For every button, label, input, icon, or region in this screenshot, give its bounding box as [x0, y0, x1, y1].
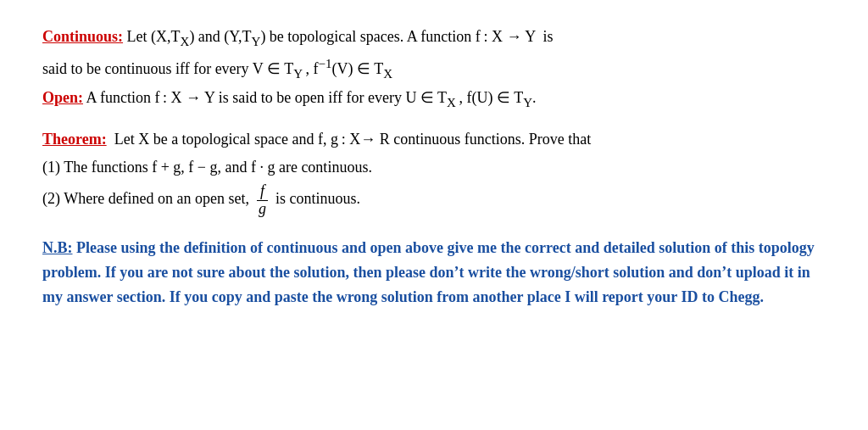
continuous-text-1: Let (X,TX) and (Y,TY) be topological spa…: [123, 28, 554, 45]
open-label: Open:: [42, 89, 83, 106]
theorem-intro: Theorem: Let X be a topological space an…: [42, 127, 822, 152]
nb-block: N.B: Please using the definition of cont…: [42, 236, 822, 309]
continuous-para-2: said to be continuous iff for every V ∈ …: [42, 54, 822, 83]
theorem-label: Theorem:: [42, 131, 107, 148]
theorem-item1: (1) The functions f + g, f − g, and f · …: [42, 155, 822, 180]
theorem-block: Theorem: Let X be a topological space an…: [42, 127, 822, 217]
fraction-f-over-g: f g: [257, 183, 268, 218]
open-para: Open: A function f : X → Y is said to be…: [42, 87, 822, 112]
continuous-para-1: Continuous: Let (X,TX) and (Y,TY) be top…: [42, 25, 822, 51]
nb-para: N.B: Please using the definition of cont…: [42, 236, 822, 309]
continuous-definition: Continuous: Let (X,TX) and (Y,TY) be top…: [42, 25, 822, 112]
theorem-item2: (2) Where defined on an open set, f g is…: [42, 183, 822, 218]
theorem-text: Let X be a topological space and f, g : …: [107, 131, 591, 148]
nb-label: N.B:: [42, 239, 73, 256]
main-content: Continuous: Let (X,TX) and (Y,TY) be top…: [42, 25, 822, 310]
nb-text: Please using the definition of continuou…: [42, 239, 815, 305]
continuous-label: Continuous:: [42, 28, 123, 45]
